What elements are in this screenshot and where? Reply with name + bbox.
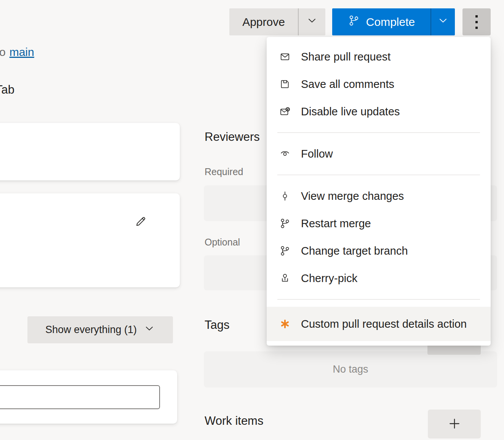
menu-item-label: View merge changes	[301, 190, 404, 202]
approve-split-button: Approve	[229, 8, 325, 35]
details-card	[0, 193, 180, 287]
menu-item-cherry-pick[interactable]: Cherry-pick	[267, 265, 491, 292]
menu-divider	[277, 175, 480, 175]
menu-item-label: Save all comments	[301, 78, 394, 91]
asterisk-icon	[279, 318, 291, 330]
text-input[interactable]	[0, 385, 160, 409]
complete-split-button: Complete	[332, 8, 455, 35]
reviewers-title: Reviewers	[205, 130, 260, 144]
branch-merge-icon	[348, 14, 360, 29]
approve-dropdown-button[interactable]	[298, 8, 325, 35]
menu-divider	[277, 132, 480, 133]
chevron-down-icon	[306, 15, 318, 29]
complete-dropdown-button[interactable]	[430, 8, 455, 35]
menu-item-label: Disable live updates	[301, 105, 400, 118]
work-items-title: Work items	[205, 414, 263, 428]
plus-icon	[447, 416, 462, 432]
menu-item-view-merge-changes[interactable]: View merge changes	[267, 182, 491, 210]
menu-item-label: Share pull request	[301, 51, 390, 63]
save-icon	[279, 78, 291, 90]
commit-icon	[279, 190, 291, 202]
menu-item-label: Custom pull request details action	[301, 318, 467, 330]
mail-icon	[279, 51, 291, 63]
chevron-down-icon	[437, 15, 449, 29]
show-everything-dropdown[interactable]: Show everything (1)	[27, 316, 173, 343]
no-tags-label: No tags	[333, 363, 368, 375]
target-branch-link[interactable]: main	[10, 46, 34, 58]
menu-item-disable-live-updates[interactable]: Disable live updates	[267, 98, 491, 125]
mail-sync-icon	[279, 105, 291, 118]
complete-button[interactable]: Complete	[332, 8, 430, 35]
no-tags-placeholder: No tags	[204, 351, 497, 387]
more-options-button[interactable]	[462, 8, 491, 35]
description-card	[0, 123, 180, 180]
menu-item-change-target-branch[interactable]: Change target branch	[267, 237, 491, 265]
menu-item-share-pull-request[interactable]: Share pull request	[267, 43, 491, 70]
show-everything-label: Show everything (1)	[45, 324, 137, 336]
menu-item-save-all-comments[interactable]: Save all comments	[267, 70, 491, 98]
complete-label: Complete	[366, 16, 415, 29]
menu-item-label: Restart merge	[301, 217, 371, 230]
cherry-pick-icon	[279, 272, 291, 284]
edit-button[interactable]	[133, 214, 149, 230]
optional-reviewers-label: Optional	[205, 237, 240, 248]
eye-icon	[279, 148, 291, 160]
breadcrumb: omain	[0, 46, 34, 59]
tab-label-fragment: Tab	[0, 83, 14, 97]
branch-prefix-fragment: o	[0, 46, 6, 58]
menu-item-follow[interactable]: Follow	[267, 140, 491, 167]
ellipsis-icon	[475, 15, 478, 18]
branch-icon	[279, 217, 291, 230]
required-reviewers-label: Required	[205, 166, 243, 177]
add-work-item-button[interactable]	[428, 410, 481, 438]
approve-button[interactable]: Approve	[229, 8, 298, 35]
tags-title: Tags	[205, 318, 229, 332]
menu-item-label: Follow	[301, 148, 333, 160]
menu-item-custom-pull-request-details-action[interactable]: Custom pull request details action	[267, 307, 491, 341]
pencil-icon	[134, 215, 147, 229]
more-options-menu: Share pull request Save all comments	[267, 37, 491, 346]
branch-icon	[279, 245, 291, 257]
pull-request-page: omain Tab Show everything (1) Reviewers …	[0, 0, 504, 440]
menu-item-restart-merge[interactable]: Restart merge	[267, 210, 491, 237]
menu-item-label: Change target branch	[301, 245, 408, 257]
chevron-down-icon	[144, 323, 155, 337]
menu-divider	[277, 299, 480, 300]
menu-item-label: Cherry-pick	[301, 272, 357, 285]
